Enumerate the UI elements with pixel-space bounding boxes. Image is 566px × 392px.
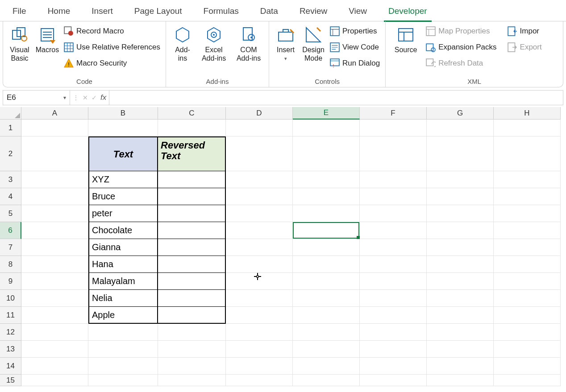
formula-input[interactable]	[109, 91, 563, 105]
cell-C6[interactable]	[158, 222, 226, 239]
cell-C1[interactable]	[158, 120, 226, 136]
cell-D8[interactable]	[226, 256, 293, 273]
cell-D14[interactable]	[226, 358, 293, 375]
cell-D2[interactable]	[226, 136, 293, 171]
tab-page-layout[interactable]: Page Layout	[130, 4, 187, 21]
cell-E11[interactable]	[293, 307, 360, 324]
cell-F12[interactable]	[360, 324, 427, 341]
cell-A11[interactable]	[21, 307, 88, 324]
cell-B6[interactable]: Chocolate	[88, 222, 158, 239]
cell-B12[interactable]	[88, 324, 158, 341]
cell-D6[interactable]	[226, 222, 293, 239]
select-all-corner[interactable]	[0, 107, 21, 120]
cell-E1[interactable]	[293, 120, 360, 136]
cell-A10[interactable]	[21, 290, 88, 307]
cell-A13[interactable]	[21, 341, 88, 358]
row-head-15[interactable]: 15	[0, 375, 21, 386]
tab-review[interactable]: Review	[295, 4, 332, 21]
cell-G2[interactable]	[427, 136, 494, 171]
row-head-13[interactable]: 13	[0, 341, 21, 358]
cell-E5[interactable]	[293, 205, 360, 222]
row-head-8[interactable]: 8	[0, 256, 21, 273]
cell-H5[interactable]	[494, 205, 561, 222]
cell-F9[interactable]	[360, 273, 427, 290]
col-head-G[interactable]: G	[427, 107, 494, 120]
cell-B14[interactable]	[88, 358, 158, 375]
tab-data[interactable]: Data	[256, 4, 283, 21]
chevron-down-icon[interactable]: ▾	[63, 95, 66, 101]
cell-H9[interactable]	[494, 273, 561, 290]
cell-A7[interactable]	[21, 239, 88, 256]
cell-H11[interactable]	[494, 307, 561, 324]
row-head-7[interactable]: 7	[0, 239, 21, 256]
tab-formulas[interactable]: Formulas	[199, 4, 243, 21]
row-head-11[interactable]: 11	[0, 307, 21, 324]
cell-D12[interactable]	[226, 324, 293, 341]
macros-button[interactable]: Macros	[33, 23, 61, 54]
cell-A1[interactable]	[21, 120, 88, 136]
cell-C7[interactable]	[158, 239, 226, 256]
tab-developer[interactable]: Developer	[384, 4, 432, 22]
cell-F15[interactable]	[360, 375, 427, 386]
cell-E9[interactable]	[293, 273, 360, 290]
cell-H1[interactable]	[494, 120, 561, 136]
row-head-3[interactable]: 3	[0, 171, 21, 188]
cell-C5[interactable]	[158, 205, 226, 222]
cell-G13[interactable]	[427, 341, 494, 358]
macro-security-button[interactable]: ! Macro Security	[61, 55, 163, 71]
cell-H4[interactable]	[494, 188, 561, 205]
cell-E2[interactable]	[293, 136, 360, 171]
cell-F1[interactable]	[360, 120, 427, 136]
cell-C8[interactable]	[158, 256, 226, 273]
enter-icon[interactable]: ✓	[92, 94, 97, 101]
cell-H7[interactable]	[494, 239, 561, 256]
col-head-D[interactable]: D	[226, 107, 293, 120]
tab-view[interactable]: View	[344, 4, 371, 21]
cell-A6[interactable]	[21, 222, 88, 239]
cell-E14[interactable]	[293, 358, 360, 375]
cell-G11[interactable]	[427, 307, 494, 324]
cell-H8[interactable]	[494, 256, 561, 273]
cell-A8[interactable]	[21, 256, 88, 273]
cell-A2[interactable]	[21, 136, 88, 171]
cell-C14[interactable]	[158, 358, 226, 375]
cell-B13[interactable]	[88, 341, 158, 358]
cell-F14[interactable]	[360, 358, 427, 375]
cell-E12[interactable]	[293, 324, 360, 341]
run-dialog-button[interactable]: ! Run Dialog	[327, 55, 383, 71]
cell-G4[interactable]	[427, 188, 494, 205]
cell-F11[interactable]	[360, 307, 427, 324]
tab-home[interactable]: Home	[43, 4, 75, 21]
row-head-1[interactable]: 1	[0, 120, 21, 136]
cell-H10[interactable]	[494, 290, 561, 307]
cell-G15[interactable]	[427, 375, 494, 386]
visual-basic-button[interactable]: Visual Basic	[6, 23, 33, 62]
cell-F3[interactable]	[360, 171, 427, 188]
row-head-5[interactable]: 5	[0, 205, 21, 222]
cell-G12[interactable]	[427, 324, 494, 341]
col-head-A[interactable]: A	[21, 107, 88, 120]
cell-B2[interactable]: Text	[88, 136, 158, 171]
cell-E8[interactable]	[293, 256, 360, 273]
cell-B11[interactable]: Apple	[88, 307, 158, 324]
cell-H14[interactable]	[494, 358, 561, 375]
cell-F5[interactable]	[360, 205, 427, 222]
cell-A5[interactable]	[21, 205, 88, 222]
cell-F4[interactable]	[360, 188, 427, 205]
col-head-E[interactable]: E	[293, 107, 360, 120]
cell-H6[interactable]	[494, 222, 561, 239]
cell-G14[interactable]	[427, 358, 494, 375]
name-box[interactable]: E6 ▾	[3, 91, 70, 105]
col-head-F[interactable]: F	[360, 107, 427, 120]
cell-H15[interactable]	[494, 375, 561, 386]
cell-H3[interactable]	[494, 171, 561, 188]
cell-B5[interactable]: peter	[88, 205, 158, 222]
cell-D13[interactable]	[226, 341, 293, 358]
cell-C4[interactable]	[158, 188, 226, 205]
cell-E3[interactable]	[293, 171, 360, 188]
import-button[interactable]: Impor	[505, 23, 545, 39]
cell-A14[interactable]	[21, 358, 88, 375]
cell-C13[interactable]	[158, 341, 226, 358]
cell-D10[interactable]	[226, 290, 293, 307]
cell-D1[interactable]	[226, 120, 293, 136]
